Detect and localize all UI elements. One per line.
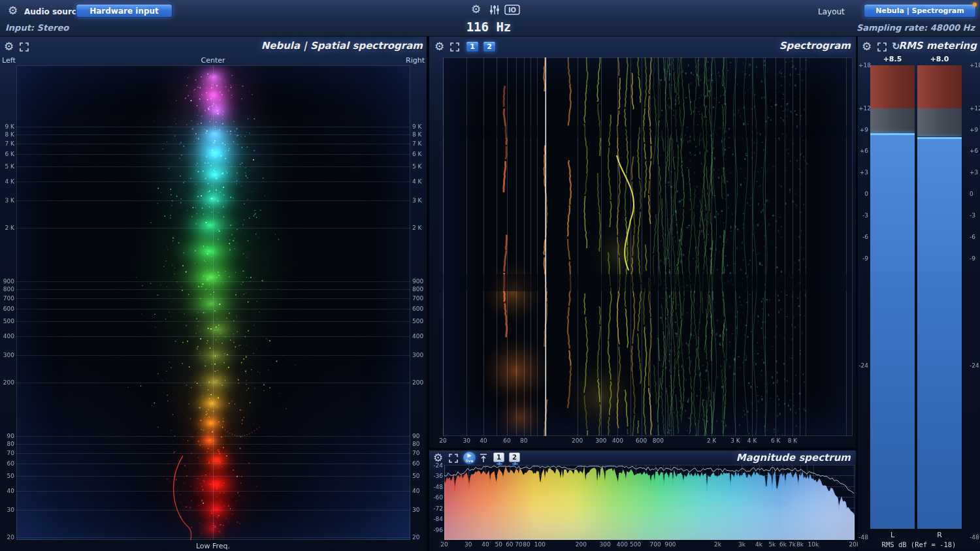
nebula-fullscreen-icon[interactable] [20,42,29,52]
magnitude-plot-area[interactable] [444,465,855,540]
magnitude-freq-tick: 80 [519,541,534,548]
nebula-freq-tick-left: 20 [1,534,14,541]
magnitude-freq-tick: 300 [597,541,613,548]
rms-scale-tick-right: +12 [970,105,980,112]
spectrogram-channel-2-button[interactable]: 2 [483,41,496,52]
nebula-freq-tick-right: 700 [412,295,426,302]
spectrogram-x-tick: 200 [568,437,587,444]
nebula-plot-area[interactable] [16,65,410,540]
magnitude-settings-gear-icon[interactable]: ⚙ [433,452,443,464]
magnitude-freq-tick: 60 [502,541,517,548]
magnitude-freq-tick: 10k [806,541,821,548]
spectrogram-x-tick: 2 K [702,437,721,444]
layout-button[interactable]: Layout [818,7,845,16]
meter-zone-headroom [917,108,962,137]
spectrogram-x-tick: 600 [632,437,651,444]
rms-scale-tick-left: -6 [858,234,868,240]
topbar: ⚙ Audio source Hardware input Input: Ste… [0,0,980,37]
rms-scale-tick-right: +9 [970,127,980,133]
spectrogram-x-tick: 400 [608,437,627,444]
nebula-freq-tick-right: 300 [412,352,426,358]
normalize-icon[interactable] [480,454,487,463]
nebula-freq-tick-left: 40 [1,488,14,494]
live-play-button[interactable]: ▶ live [463,452,476,464]
nebula-freq-tick-right: 500 [412,318,426,324]
rms-meter-left[interactable] [870,65,915,529]
hardware-input-button[interactable]: Hardware input [76,4,172,18]
rms-footer-label: RMS dB (Ref = -18) [858,541,980,548]
pan-left-label: Left [2,56,16,65]
spectrogram-x-tick: 300 [592,437,610,444]
audio-source-gear-icon[interactable]: ⚙ [8,5,18,16]
nebula-freq-tick-right: 60 [412,460,426,467]
magnitude-freq-tick: 2k [710,541,726,548]
magnitude-db-tick: -84 [430,516,443,522]
spectrogram-x-tick: 3 K [726,437,744,444]
magnitude-title: Magnitude spectrum [736,452,851,464]
meter-zone-fill [870,135,915,529]
rms-scale-tick-left: +6 [858,148,868,154]
rms-scale-tick-right: -24 [970,362,980,369]
nebula-settings-gear-icon[interactable]: ⚙ [4,41,14,52]
rms-scale-tick-right: +6 [970,148,980,154]
nebula-freq-tick-left: 500 [1,318,14,324]
nebula-freq-tick-right: 4 K [412,178,426,185]
rms-scale-tick-left: -24 [858,362,868,369]
meter-zone-over [870,65,915,108]
spectrogram-panel: ⚙ 1 2 Spectrogram 2030406080200300400600… [429,37,856,448]
rms-scale-tick-left: +9 [858,127,868,133]
rms-settings-gear-icon[interactable]: ⚙ [862,41,872,52]
spectrogram-x-tick: 4 K [743,437,761,444]
rms-scale-tick-left: 0 [858,191,868,197]
nebula-freq-tick-right: 600 [412,306,426,312]
spectrogram-fullscreen-icon[interactable] [450,42,459,52]
nebula-freq-tick-left: 300 [1,352,14,358]
magnitude-spectrum-display[interactable] [444,465,855,540]
io-routing-icon[interactable]: IO [504,5,520,15]
rms-scale-tick-right: -9 [970,255,980,262]
magnitude-freq-tick: 900 [662,541,678,548]
nebula-spectral-cloud[interactable] [16,65,410,540]
nebula-freq-tick-right: 70 [412,450,426,456]
magnitude-db-tick: -72 [430,505,443,512]
spectrogram-settings-gear-icon[interactable]: ⚙ [434,41,444,52]
magnitude-freq-tick: 200 [573,541,589,548]
nebula-freq-tick-left: 80 [1,441,14,447]
pan-right-label: Right [406,56,425,65]
nebula-freq-tick-left: 9 K [1,123,14,130]
nebula-freq-tick-right: 30 [412,507,426,513]
rms-meter-right[interactable] [917,65,962,529]
rms-scale-tick-left: +12 [858,105,868,112]
nebula-freq-tick-right: 6 K [412,151,426,157]
nebula-freq-tick-left: 4 K [1,178,14,185]
global-settings-gear-icon[interactable]: ⚙ [471,4,481,15]
nebula-freq-tick-right: 8 K [412,131,426,138]
spectrogram-plot-area[interactable] [443,57,853,436]
magnitude-freq-tick: 50 [491,541,506,548]
rms-title: RMS metering [898,40,977,52]
spectrogram-display[interactable] [443,57,853,436]
meter-zone-over [917,65,962,108]
nebula-freq-tick-left: 50 [1,473,14,479]
nebula-freq-tick-right: 3 K [412,197,426,204]
sampling-rate-label: Sampling rate: 48000 Hz [849,23,975,33]
spectrogram-channel-1-button[interactable]: 1 [466,41,479,52]
rms-fullscreen-icon[interactable] [877,42,887,52]
spectrogram-x-tick: 8 K [783,437,802,444]
magnitude-fullscreen-icon[interactable] [449,454,458,463]
rms-value-left: +8.5 [870,55,915,63]
magnitude-freq-tick: 6k [775,541,791,548]
magnitude-freq-tick: 500 [628,541,644,548]
magnitude-freq-tick: 5k [764,541,780,548]
status-dot [973,3,977,7]
rms-scale-tick-left: -48 [858,534,868,541]
magnitude-freq-tick: 700 [647,541,663,548]
svg-text:IO: IO [508,7,516,14]
spectrogram-x-tick: 60 [498,437,516,444]
magnitude-freq-tick: 400 [614,541,630,548]
nebula-freq-tick-left: 2 K [1,225,14,231]
nebula-freq-tick-left: 60 [1,460,14,467]
magnitude-db-tick: -48 [430,484,443,490]
preset-selector-button[interactable]: Nebula | Spectrogram [864,4,976,18]
mixer-sliders-icon[interactable] [489,4,500,16]
